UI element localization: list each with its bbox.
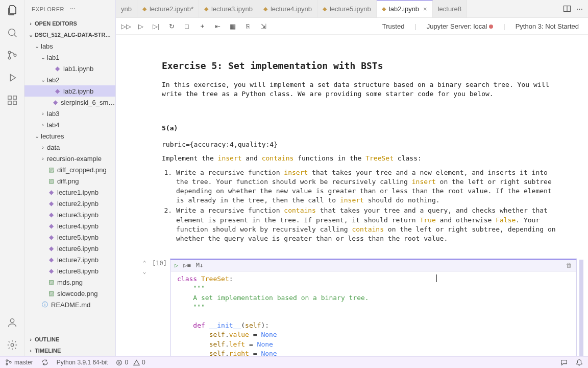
svg-point-0 <box>8 29 15 36</box>
tab-lecture5-ipynb[interactable]: ◆lecture5.ipynb <box>317 0 377 17</box>
nb-icon: ◆ <box>47 234 55 241</box>
tab-lecture3-ipynb[interactable]: ◆lecture3.ipynb <box>199 0 258 17</box>
tree-item-label: labs <box>41 42 53 50</box>
file-diff.png[interactable]: ▨diff.png <box>24 175 115 187</box>
folder-recursion-example[interactable]: ›recursion-example <box>24 153 115 164</box>
file-lecture3.ipynb[interactable]: ◆lecture3.ipynb <box>24 209 115 220</box>
file-slowcode.png[interactable]: ▨slowcode.png <box>24 288 115 299</box>
tab-ynb[interactable]: ynb <box>116 0 137 17</box>
sync-icon[interactable] <box>41 359 48 366</box>
account-icon[interactable] <box>6 316 18 329</box>
tab-lecture8[interactable]: lecture8 <box>433 0 467 17</box>
outline-section[interactable]: › OUTLINE <box>24 334 115 345</box>
folder-lab4[interactable]: ›lab4 <box>24 119 115 130</box>
files-icon[interactable] <box>6 4 18 16</box>
git-branch[interactable]: master <box>5 359 33 366</box>
chevron-down-icon: ⌄ <box>39 77 47 83</box>
notifications-icon[interactable] <box>576 359 583 366</box>
tab-lecture4-ipynb[interactable]: ◆lecture4.ipynb <box>258 0 317 17</box>
file-README.md[interactable]: ⓘREADME.md <box>24 299 115 310</box>
cell-focus-marker <box>579 260 583 356</box>
run-debug-icon[interactable] <box>6 72 18 84</box>
file-lecture7.ipynb[interactable]: ◆lecture7.ipynb <box>24 254 115 265</box>
tab-lecture2-ipynb-[interactable]: ◆lecture2.ipynb* <box>137 0 199 17</box>
markdown-toggle[interactable]: M↓ <box>196 262 203 269</box>
markdown-cell[interactable]: Exercise 5: Set implementation with BSTs… <box>139 60 563 243</box>
code-editor[interactable]: class TreeSet: """ A set implementation … <box>171 271 576 356</box>
export-icon[interactable]: ⇲ <box>259 22 268 30</box>
chevron-down-icon: ⌄ <box>27 32 35 38</box>
more-actions-icon[interactable]: ⋯ <box>576 5 583 13</box>
tree-item-label: lab1 <box>47 54 60 61</box>
folder-lab1[interactable]: ⌄lab1 <box>24 52 115 63</box>
instruction-list: Write a recursive function insert that t… <box>176 168 563 244</box>
trusted-status[interactable]: Trusted <box>378 22 409 30</box>
interrupt-icon[interactable]: □ <box>182 22 191 30</box>
problems[interactable]: 0 0 <box>116 359 145 366</box>
folder-lab2[interactable]: ⌄lab2 <box>24 74 115 85</box>
chevron-right-icon: › <box>39 110 47 117</box>
run-line-icon[interactable]: ▷≡ <box>183 262 190 269</box>
folder-lectures[interactable]: ⌄lectures <box>24 130 115 142</box>
project-section[interactable]: ⌄ DSCI_512_ALG-DATA-STR… <box>24 29 115 40</box>
text-cursor <box>436 274 437 282</box>
extensions-icon[interactable] <box>6 94 18 106</box>
file-tree: ⌄labs⌄lab1◆lab1.ipynb⌄lab2◆lab2.ipynb◆si… <box>24 40 115 334</box>
restart-icon[interactable]: ↻ <box>167 22 176 30</box>
file-lecture6.ipynb[interactable]: ◆lecture6.ipynb <box>24 243 115 254</box>
more-icon[interactable]: ⋯ <box>70 6 108 12</box>
nb-icon: ◆ <box>47 222 55 229</box>
tab-lab2-ipynb[interactable]: ◆lab2.ipynb× <box>377 0 433 17</box>
jupyter-server-status[interactable]: Jupyter Server: local <box>423 22 498 30</box>
close-tab-icon[interactable]: × <box>423 5 427 13</box>
timeline-section[interactable]: › TIMELINE <box>24 345 115 356</box>
file-diff_cropped.png[interactable]: ▨diff_cropped.png <box>24 164 115 175</box>
file-lecture2.ipynb[interactable]: ◆lecture2.ipynb <box>24 198 115 209</box>
nb-icon: ◆ <box>53 87 61 95</box>
outdent-icon[interactable]: ⇤ <box>213 22 222 30</box>
tree-item-label: lab3 <box>47 110 60 118</box>
file-lecture1.ipynb[interactable]: ◆lecture1.ipynb <box>24 187 115 198</box>
file-lecture4.ipynb[interactable]: ◆lecture4.ipynb <box>24 220 115 232</box>
run-this-cell-icon[interactable]: ▷ <box>175 262 178 269</box>
notebook-file-icon: ◆ <box>142 6 146 12</box>
chevron-right-icon: › <box>27 348 35 354</box>
folder-labs[interactable]: ⌄labs <box>24 40 115 52</box>
feedback-icon[interactable] <box>560 359 568 366</box>
run-all-icon[interactable]: ▷▷ <box>121 22 130 30</box>
file-lab1.ipynb[interactable]: ◆lab1.ipynb <box>24 63 115 74</box>
kernel-status[interactable]: Python 3: Not Started <box>511 22 583 30</box>
move-cell-down-icon[interactable]: ⌄ <box>143 268 146 275</box>
file-lecture8.ipynb[interactable]: ◆lecture8.ipynb <box>24 265 115 277</box>
split-editor-icon[interactable] <box>563 5 571 13</box>
file-lecture5.ipynb[interactable]: ◆lecture5.ipynb <box>24 232 115 243</box>
notebook-file-icon: ◆ <box>204 6 208 12</box>
tree-item-label: lecture5.ipynb <box>57 234 99 241</box>
chevron-down-icon: ⌄ <box>33 43 41 50</box>
variables-icon[interactable]: ▦ <box>228 22 237 30</box>
python-interpreter[interactable]: Python 3.9.1 64-bit <box>57 359 108 366</box>
save-icon[interactable]: ⎘ <box>243 22 253 30</box>
open-editors-section[interactable]: › OPEN EDITORS <box>24 18 115 29</box>
tab-label: lab2.ipynb <box>389 5 419 13</box>
tab-label: ynb <box>121 5 132 13</box>
file-sierpinski_6_smalle…[interactable]: ◆sierpinski_6_smalle… <box>24 97 115 108</box>
file-mds.png[interactable]: ▨mds.png <box>24 277 115 288</box>
delete-cell-icon[interactable]: 🗑 <box>566 262 572 269</box>
file-lab2.ipynb[interactable]: ◆lab2.ipynb <box>24 85 115 97</box>
tree-item-label: lecture2.ipynb <box>57 200 99 208</box>
notebook-body[interactable]: Exercise 5: Set implementation with BSTs… <box>116 35 588 356</box>
tab-bar: ynb◆lecture2.ipynb*◆lecture3.ipynb◆lectu… <box>116 0 588 18</box>
code-cell[interactable]: ⌃ ⌄ [10] ▷ ▷≡ M↓ 🗑 class TreeSet: """ A … <box>139 259 588 356</box>
folder-data[interactable]: ›data <box>24 142 115 153</box>
move-cell-up-icon[interactable]: ⌃ <box>143 260 146 266</box>
svg-point-8 <box>10 319 14 323</box>
folder-lab3[interactable]: ›lab3 <box>24 108 115 119</box>
source-control-icon[interactable] <box>6 49 18 61</box>
tree-item-label: lab2.ipynb <box>63 87 93 95</box>
run-cell-icon[interactable]: ▷ <box>136 22 145 30</box>
run-by-line-icon[interactable]: ▷| <box>152 22 161 30</box>
search-icon[interactable] <box>6 27 18 39</box>
settings-gear-icon[interactable] <box>6 339 18 351</box>
add-cell-icon[interactable]: ＋ <box>198 21 207 31</box>
